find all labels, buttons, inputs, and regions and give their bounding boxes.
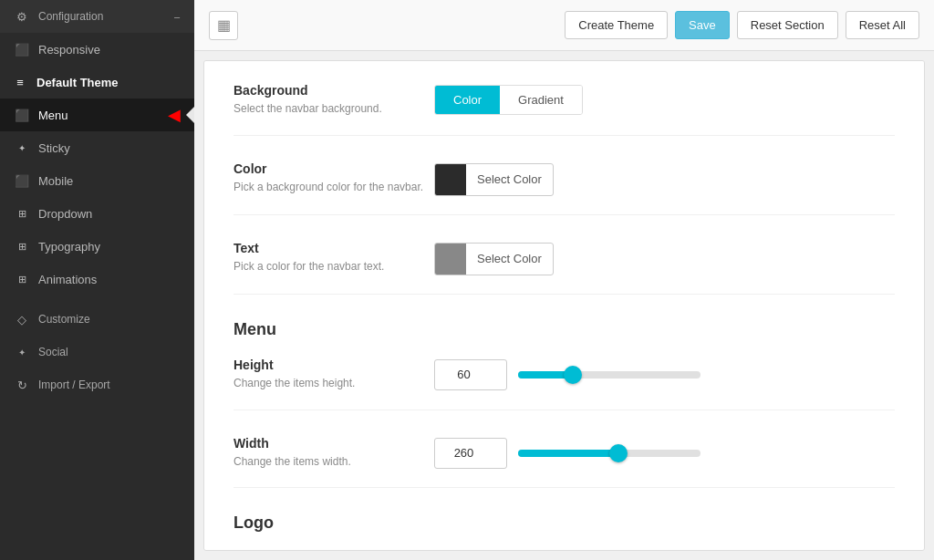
sidebar-item-label: Configuration xyxy=(38,10,103,23)
width-slider[interactable] xyxy=(518,444,700,462)
menu-lines-icon: ≡ xyxy=(13,75,27,89)
social-icon: ✦ xyxy=(15,345,29,359)
sidebar-item-label: Sticky xyxy=(38,141,70,155)
sidebar-item-customize[interactable]: ◇ Customize xyxy=(0,303,194,336)
save-button[interactable]: Save xyxy=(675,11,730,39)
typography-icon: ⊞ xyxy=(15,239,29,254)
text-color-swatch xyxy=(435,244,466,275)
gradient-tab-button[interactable]: Gradient xyxy=(500,86,582,114)
bg-color-picker-button[interactable]: Select Color xyxy=(434,163,554,196)
height-label-col: Height Change the items height. xyxy=(234,358,434,391)
background-desc: Select the navbar background. xyxy=(234,101,434,117)
sidebar-item-label: Responsive xyxy=(38,43,100,57)
color-label-col: Color Pick a background color for the na… xyxy=(234,161,434,195)
sidebar-item-sticky[interactable]: ✦ Sticky xyxy=(0,131,194,164)
sidebar-item-configuration[interactable]: ⚙ Configuration – xyxy=(0,0,194,33)
menu-icon: ⬛ xyxy=(15,108,29,122)
sidebar: ⚙ Configuration – ⬛ Responsive ≡ Default… xyxy=(0,0,194,560)
animations-icon: ⊞ xyxy=(15,272,29,286)
mobile-icon: ⬛ xyxy=(15,173,29,188)
grid-icon: ▦ xyxy=(217,16,231,34)
width-slider-thumb xyxy=(609,444,628,462)
width-title: Width xyxy=(234,436,434,451)
width-desc: Change the items width. xyxy=(234,454,434,470)
sidebar-item-mobile[interactable]: ⬛ Mobile xyxy=(0,164,194,197)
sidebar-item-label: Animations xyxy=(38,273,97,286)
height-input[interactable] xyxy=(434,359,507,390)
sidebar-item-responsive[interactable]: ⬛ Responsive xyxy=(0,33,194,66)
reset-all-button[interactable]: Reset All xyxy=(846,11,919,39)
sticky-icon: ✦ xyxy=(15,140,29,155)
sidebar-item-label: Mobile xyxy=(38,174,73,188)
arrow-indicator: ◀ xyxy=(168,105,181,125)
sidebar-item-typography[interactable]: ⊞ Typography xyxy=(0,230,194,263)
sidebar-item-label: Import / Export xyxy=(38,379,110,391)
grid-view-button[interactable]: ▦ xyxy=(209,11,238,40)
toolbar-left: ▦ xyxy=(209,11,557,40)
bg-color-label: Select Color xyxy=(466,172,553,186)
sidebar-item-import-export[interactable]: ↻ Import / Export xyxy=(0,368,194,401)
background-title: Background xyxy=(234,83,434,98)
text-desc: Pick a color for the navbar text. xyxy=(234,259,434,275)
sidebar-item-default-theme[interactable]: ≡ Default Theme xyxy=(0,66,194,99)
height-slider-track xyxy=(518,371,700,379)
color-control: Select Color xyxy=(434,161,895,196)
width-input[interactable] xyxy=(434,438,507,469)
import-export-icon: ↻ xyxy=(15,378,29,392)
text-control: Select Color xyxy=(434,241,895,275)
sidebar-item-social[interactable]: ✦ Social xyxy=(0,336,194,368)
sidebar-item-menu[interactable]: ⬛ Menu ◀ xyxy=(0,99,194,131)
gear-icon: ⚙ xyxy=(15,9,29,24)
color-title: Color xyxy=(234,161,434,176)
sidebar-item-label: Menu xyxy=(38,109,68,122)
bg-color-swatch xyxy=(435,164,466,195)
height-title: Height xyxy=(234,358,434,372)
text-color-label: Select Color xyxy=(466,252,553,265)
color-row: Color Pick a background color for the na… xyxy=(234,161,895,215)
width-control xyxy=(434,436,895,469)
text-label-col: Text Pick a color for the navbar text. xyxy=(234,241,434,275)
logo-section-title: Logo xyxy=(234,513,895,533)
sidebar-item-label: Customize xyxy=(38,313,90,326)
text-row: Text Pick a color for the navbar text. S… xyxy=(234,241,895,295)
dropdown-icon: ⊞ xyxy=(15,206,29,221)
width-label-col: Width Change the items width. xyxy=(234,436,434,470)
background-label-col: Background Select the navbar background. xyxy=(234,83,434,117)
active-arrow xyxy=(186,106,194,124)
text-title: Text xyxy=(234,241,434,255)
create-theme-button[interactable]: Create Theme xyxy=(565,11,668,39)
background-row: Background Select the navbar background.… xyxy=(234,83,895,136)
sidebar-item-label: Social xyxy=(38,346,68,358)
content-area: Background Select the navbar background.… xyxy=(203,60,925,551)
customize-icon: ◇ xyxy=(15,312,29,327)
reset-section-button[interactable]: Reset Section xyxy=(737,11,838,39)
background-toggle-group: Color Gradient xyxy=(434,85,583,115)
sidebar-item-label: Dropdown xyxy=(38,207,92,221)
background-control: Color Gradient xyxy=(434,83,895,115)
sidebar-item-label: Typography xyxy=(38,240,100,254)
menu-section-title: Menu xyxy=(234,320,895,339)
sidebar-item-dropdown[interactable]: ⊞ Dropdown xyxy=(0,197,194,230)
text-color-picker-button[interactable]: Select Color xyxy=(434,243,554,275)
height-row: Height Change the items height. xyxy=(234,358,895,410)
toolbar: ▦ Create Theme Save Reset Section Reset … xyxy=(194,0,934,51)
height-slider-thumb xyxy=(564,366,582,384)
color-tab-button[interactable]: Color xyxy=(435,86,500,114)
height-desc: Change the items height. xyxy=(234,376,434,391)
responsive-icon: ⬛ xyxy=(15,42,29,57)
width-row: Width Change the items width. xyxy=(234,436,895,489)
height-control xyxy=(434,358,895,390)
color-desc: Pick a background color for the navbar. xyxy=(234,180,434,195)
sidebar-item-animations[interactable]: ⊞ Animations xyxy=(0,263,194,296)
sidebar-item-label: Default Theme xyxy=(36,76,119,89)
height-slider[interactable] xyxy=(518,366,700,384)
main-panel: ▦ Create Theme Save Reset Section Reset … xyxy=(194,0,934,560)
width-slider-fill xyxy=(518,450,618,457)
